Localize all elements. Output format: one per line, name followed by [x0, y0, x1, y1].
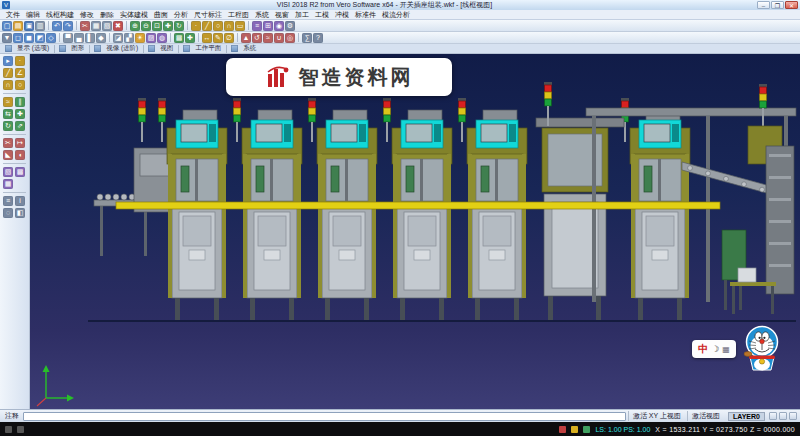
- settings-icon[interactable]: ⚙: [285, 21, 295, 31]
- scale-tool-icon[interactable]: ⇗: [15, 121, 25, 131]
- revolve-icon[interactable]: ↺: [252, 33, 262, 43]
- panel-tab-6[interactable]: 系统: [242, 44, 257, 53]
- analyze-icon[interactable]: ∑: [302, 33, 312, 43]
- cut-icon[interactable]: ✂: [80, 21, 90, 31]
- panel-icon[interactable]: [148, 45, 155, 52]
- copy-icon[interactable]: ▦: [91, 21, 101, 31]
- new-file-icon[interactable]: ▢: [2, 21, 12, 31]
- rotate-view-icon[interactable]: ↻: [174, 21, 184, 31]
- shell-icon[interactable]: ◎: [285, 33, 295, 43]
- minimize-button[interactable]: –: [757, 1, 770, 9]
- point-icon[interactable]: ·: [191, 21, 201, 31]
- keyboard-icon[interactable]: ▦: [722, 345, 730, 354]
- ortho-toggle-icon[interactable]: [789, 412, 797, 420]
- render-icon[interactable]: ◍: [157, 33, 167, 43]
- measure-icon[interactable]: ∅: [224, 33, 234, 43]
- menu-item-12[interactable]: 视窗: [272, 10, 292, 20]
- menu-item-6[interactable]: 实体建模: [117, 10, 151, 20]
- active-workplane[interactable]: 激活 XY 上视图: [628, 411, 685, 421]
- properties-icon[interactable]: i: [15, 196, 25, 206]
- menu-item-14[interactable]: 工模: [312, 10, 332, 20]
- arc-icon[interactable]: ∩: [224, 21, 234, 31]
- panel-tab-2[interactable]: 图形: [70, 44, 85, 53]
- top-view-icon[interactable]: ▀: [63, 33, 73, 43]
- viewport[interactable]: 智造资料网 中 ☽ ▦: [30, 54, 800, 409]
- menu-item-17[interactable]: 模流分析: [379, 10, 413, 20]
- trim-tool-icon[interactable]: ✂: [3, 138, 13, 148]
- command-input[interactable]: [23, 412, 626, 421]
- front-view-icon[interactable]: ▄: [74, 33, 84, 43]
- warning-icon[interactable]: [571, 426, 578, 433]
- hidden-line-view-icon[interactable]: ◩: [35, 33, 45, 43]
- menu-item-7[interactable]: 曲面: [151, 10, 171, 20]
- active-view[interactable]: 激活视图: [687, 411, 724, 421]
- wireframe-view-icon[interactable]: ◻: [13, 33, 23, 43]
- panel-tab-3[interactable]: 视像 (进阶): [105, 44, 139, 53]
- menu-item-16[interactable]: 标准件: [352, 10, 379, 20]
- axis-toggle-icon[interactable]: ✚: [185, 33, 195, 43]
- point-tool-icon[interactable]: ·: [15, 56, 25, 66]
- side-view-icon[interactable]: ▌: [85, 33, 95, 43]
- panel-icon[interactable]: [5, 45, 12, 52]
- grid-icon[interactable]: ⊞: [263, 21, 273, 31]
- moon-icon[interactable]: ☽: [711, 344, 719, 354]
- redo-icon[interactable]: ↷: [63, 21, 73, 31]
- layer-manager-icon[interactable]: ≡: [3, 196, 13, 206]
- sweep-icon[interactable]: ≈: [263, 33, 273, 43]
- zoom-out-icon[interactable]: ⊖: [141, 21, 151, 31]
- color-tool-icon[interactable]: ◧: [15, 208, 25, 218]
- panel-icon[interactable]: [59, 45, 66, 52]
- pan-icon[interactable]: ✚: [163, 21, 173, 31]
- dimension-icon[interactable]: ↔: [202, 33, 212, 43]
- menu-item-1[interactable]: 文件: [3, 10, 23, 20]
- circle-tool-icon[interactable]: ○: [15, 80, 25, 90]
- menu-item-5[interactable]: 删除: [97, 10, 117, 20]
- menu-item-3[interactable]: 线框构建: [43, 10, 77, 20]
- offset-tool-icon[interactable]: ∥: [15, 97, 25, 107]
- layers-icon[interactable]: ≡: [252, 21, 262, 31]
- iso-view-icon[interactable]: ◆: [96, 33, 106, 43]
- menu-item-9[interactable]: 尺寸标注: [191, 10, 225, 20]
- select-filter-icon[interactable]: ▼: [2, 33, 12, 43]
- panel-icon[interactable]: [231, 45, 238, 52]
- mirror-tool-icon[interactable]: ⇆: [3, 109, 13, 119]
- menu-item-11[interactable]: 系统: [252, 10, 272, 20]
- surface-tool-icon[interactable]: ▧: [3, 167, 13, 177]
- clip-plane-icon[interactable]: ▞: [124, 33, 134, 43]
- panel-tab-1[interactable]: 显示 (选项): [16, 44, 50, 53]
- boolean-union-icon[interactable]: ∪: [274, 33, 284, 43]
- menu-item-8[interactable]: 分析: [171, 10, 191, 20]
- record-icon[interactable]: [559, 426, 566, 433]
- status-icon[interactable]: [5, 426, 12, 433]
- paste-icon[interactable]: ▧: [102, 21, 112, 31]
- polyline-tool-icon[interactable]: ∠: [15, 68, 25, 78]
- panel-icon[interactable]: [94, 45, 101, 52]
- menu-item-10[interactable]: 工程图: [225, 10, 252, 20]
- line-icon[interactable]: ╱: [202, 21, 212, 31]
- status-icon[interactable]: [17, 426, 24, 433]
- panel-tab-4[interactable]: 视图: [159, 44, 174, 53]
- ime-mode-indicator[interactable]: 中: [698, 342, 708, 356]
- menu-item-4[interactable]: 修改: [77, 10, 97, 20]
- rotate-tool-icon[interactable]: ↻: [3, 121, 13, 131]
- viewport-3d-model[interactable]: [30, 54, 800, 409]
- extend-tool-icon[interactable]: ↦: [15, 138, 25, 148]
- print-icon[interactable]: ▥: [35, 21, 45, 31]
- zoom-fit-icon[interactable]: ⊡: [152, 21, 162, 31]
- maximize-button[interactable]: ❐: [771, 1, 784, 9]
- layer-indicator[interactable]: LAYER0: [728, 412, 765, 421]
- zoom-in-icon[interactable]: ⊕: [130, 21, 140, 31]
- hide-show-icon[interactable]: ◌: [3, 208, 13, 218]
- workplane-icon[interactable]: ▩: [174, 33, 184, 43]
- snap-toggle-icon[interactable]: [769, 412, 777, 420]
- circle-icon[interactable]: ○: [213, 21, 223, 31]
- save-icon[interactable]: ▣: [24, 21, 34, 31]
- help-icon[interactable]: ?: [313, 33, 323, 43]
- menu-item-13[interactable]: 加工: [292, 10, 312, 20]
- undo-icon[interactable]: ↶: [52, 21, 62, 31]
- section-view-icon[interactable]: ◪: [113, 33, 123, 43]
- menu-item-2[interactable]: 编辑: [23, 10, 43, 20]
- extrude-icon[interactable]: ▲: [241, 33, 251, 43]
- mesh-tool-icon[interactable]: ▦: [3, 179, 13, 189]
- chamfer-tool-icon[interactable]: ◣: [3, 150, 13, 160]
